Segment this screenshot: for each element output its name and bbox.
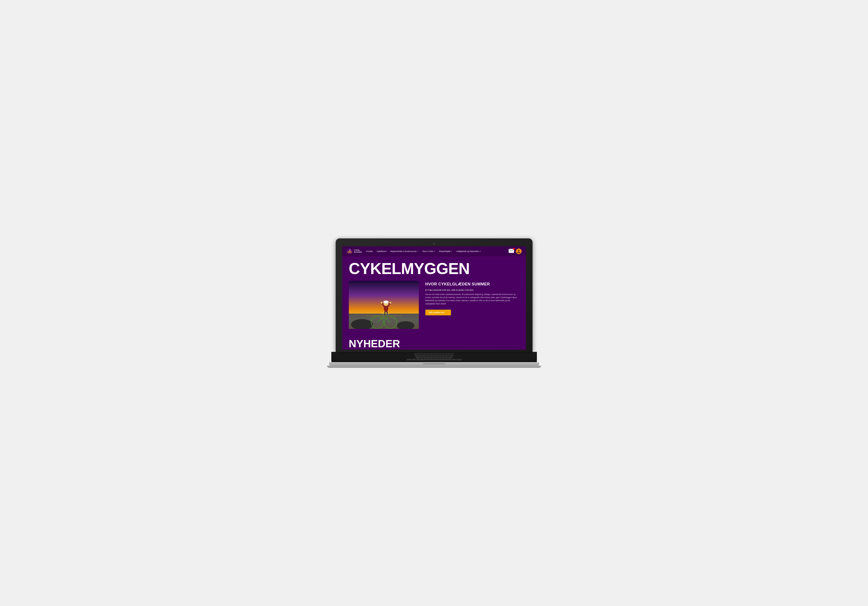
svg-line-31 <box>387 312 388 316</box>
hero-content: HVOR CYKELGLÆDEN SUMMER ET FÆLLESSKAB FO… <box>349 281 519 329</box>
logo[interactable]: CYKEL MYGGEN <box>347 248 362 254</box>
svg-point-28 <box>381 302 383 303</box>
svg-point-29 <box>389 302 391 303</box>
logo-text: CYKEL MYGGEN <box>354 249 362 253</box>
keyboard-area <box>331 352 537 362</box>
hero-section: CYKELMYGGEN <box>342 257 526 335</box>
nav-icons: 1 <box>508 249 522 254</box>
hero-eyebrow: ET FÆLLESSKAB FOR DIG, DER ELSKER CYKLIN… <box>425 289 519 291</box>
trackpad <box>423 363 445 364</box>
camera <box>433 243 435 244</box>
mail-icon-wrapper[interactable]: 1 <box>508 249 514 254</box>
hero-body: Her kan du møde andre cykelinteresserede… <box>425 293 519 306</box>
hero-text-block: HVOR CYKELGLÆDEN SUMMER ET FÆLLESSKAB FO… <box>425 281 519 315</box>
hero-subtitle: HVOR CYKELGLÆDEN SUMMER <box>425 282 519 286</box>
svg-point-0 <box>347 249 353 254</box>
navbar: CYKEL MYGGEN Forside Cykelforum Begivenh… <box>342 246 526 257</box>
laptop-mockup: CYKEL MYGGEN Forside Cykelforum Begivenh… <box>327 238 541 368</box>
logo-icon <box>347 248 353 254</box>
hero-title: CYKELMYGGEN <box>349 261 519 277</box>
nav-ekspert[interactable]: Eksperthjælp + <box>439 250 452 252</box>
svg-point-10 <box>518 250 519 252</box>
laptop-base <box>329 362 539 366</box>
nav-cykelforum[interactable]: Cykelforum <box>377 250 387 252</box>
browser-screen: CYKEL MYGGEN Forside Cykelforum Begivenh… <box>342 246 526 349</box>
nav-begivenheder[interactable]: Begivenheder & konkurrencer + <box>391 250 418 252</box>
svg-point-6 <box>349 250 350 251</box>
nav-tips[interactable]: Tips & Tricks + <box>422 250 435 252</box>
nav-vedligehold[interactable]: Vedligehold og Reparation + <box>456 250 481 252</box>
user-avatar[interactable] <box>516 249 522 254</box>
nyheder-title: NYHEDER <box>349 338 519 349</box>
laptop-foot <box>327 366 541 368</box>
notification-badge: 1 <box>513 248 515 250</box>
screen-bezel: CYKEL MYGGEN Forside Cykelforum Begivenh… <box>336 238 533 352</box>
hero-image <box>349 281 419 329</box>
svg-line-30 <box>384 312 385 316</box>
nav-links: Forside Cykelforum Begivenheder & konkur… <box>366 250 504 252</box>
cta-button[interactable]: Bliv medlem hér → <box>425 310 451 315</box>
nav-forside[interactable]: Forside <box>366 250 373 252</box>
svg-point-25 <box>383 300 389 303</box>
nyheder-section: NYHEDER <box>342 335 526 349</box>
